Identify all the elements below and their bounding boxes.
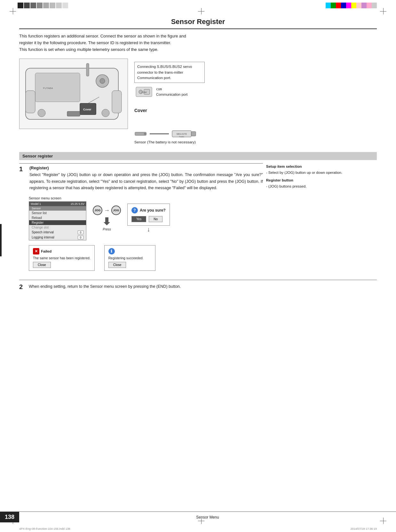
success-close-button[interactable]: Close — [108, 262, 126, 268]
svg-text:COM: COM — [141, 91, 147, 93]
menu-screen-header: Model 1 15:25 5.5V — [29, 202, 86, 206]
svg-rect-3 — [112, 91, 122, 113]
svg-text:FUTABA: FUTABA — [43, 87, 53, 90]
intro-paragraph: This function registers an additional se… — [19, 33, 377, 53]
callout-text: Connecting S.BUS/S.BUS2 servo connector … — [137, 65, 192, 80]
svg-point-6 — [100, 78, 105, 84]
svg-rect-1 — [35, 73, 80, 102]
yes-button[interactable]: Yes — [131, 216, 146, 222]
step1: 1 (Register) Select "Register" by (JOG) … — [19, 163, 377, 274]
sensor-diagram-area: SBS-01TE Futaba Sensor (The battery is n… — [134, 127, 377, 144]
svg-text:Futaba: Futaba — [179, 136, 184, 138]
success-text: Registering succeeded. — [108, 256, 151, 260]
registration-mark-tr — [380, 8, 386, 14]
no-button[interactable]: No — [149, 216, 162, 222]
note-setup-title: Setup item selection — [266, 164, 377, 169]
menu-diagram: Sensor menu screen Model 1 15:25 5.5V Se… — [29, 196, 263, 240]
result-row: ✕ Failed The same sensor has been regist… — [29, 245, 263, 271]
menu-logging-val: 0 — [78, 236, 83, 239]
comm-port-label: Communication port — [156, 93, 187, 96]
menu-speech-val: 0 — [78, 230, 83, 234]
footer: 138 Sensor Menu — [0, 512, 396, 522]
intro-line1: This function registers an additional se… — [19, 34, 186, 38]
svg-rect-19 — [144, 133, 147, 135]
intro-line3: This function is set when using multiple… — [19, 47, 158, 52]
svg-marker-25 — [104, 217, 110, 225]
note-setup: Setup item selection - Select by (JOG) b… — [266, 164, 377, 176]
section-header: Sensor register — [19, 152, 377, 160]
step1-main: 1 (Register) Select "Register" by (JOG) … — [19, 163, 263, 274]
confirm-dialog: ? Are you sure? Yes No — [127, 204, 170, 226]
menu-item-5: Logging interval 0 — [29, 235, 86, 240]
error-icon: ✕ — [33, 248, 39, 254]
menu-item-1: Reload — [29, 215, 86, 220]
dialog-question-row: ? Are you sure? — [131, 207, 166, 214]
page-title: Sensor Register — [19, 18, 377, 29]
down-arrow: ↓ — [147, 226, 150, 233]
note-register-text: - (JOG) buttons pressed. — [266, 184, 377, 189]
registration-mark-tc — [198, 8, 204, 14]
svg-rect-10 — [67, 111, 80, 116]
failed-dialog: ✕ Failed The same sensor has been regist… — [29, 245, 95, 271]
note-register-title: Register button — [266, 178, 377, 183]
step2-number: 2 — [19, 283, 26, 291]
menu-item-3: Change slot — [29, 225, 86, 230]
figure-area: Cover FUTABA Connecting S.BUS/S.BUS2 ser… — [19, 59, 377, 144]
svg-point-12 — [38, 109, 45, 117]
menu-screen: Model 1 15:25 5.5V Sensor Sensor list Re… — [29, 201, 86, 240]
step1-notes: Setup item selection - Select by (JOG) b… — [266, 163, 377, 274]
menu-header-left: Model 1 — [31, 202, 41, 206]
svg-point-13 — [102, 109, 109, 117]
arrow-right-1: → — [104, 207, 110, 214]
failed-close-button[interactable]: Close — [33, 262, 51, 268]
cover-label: Cover — [134, 108, 377, 113]
sensor-diagram: SBS-01TE Futaba — [134, 129, 377, 139]
color-calibration-bar — [326, 3, 377, 8]
question-icon: ? — [131, 207, 138, 214]
dialog-buttons: Yes No — [131, 216, 166, 222]
info-icon: ℹ — [108, 248, 115, 254]
jog-icon-1: JOG — [93, 206, 102, 215]
note-setup-text: - Select by (JOG) button up or down oper… — [266, 170, 377, 175]
gray-pattern-bars — [18, 3, 68, 8]
menu-item-0: Sensor list — [29, 211, 86, 215]
sensor-label: Sensor (The battery is not necessary) — [134, 140, 377, 144]
step1-title: (Register) — [29, 165, 263, 170]
press-label: Press — [103, 228, 111, 231]
menu-sensor-sub: Sensor — [29, 206, 86, 211]
jog-sequence: JOG → JOG Press — [93, 206, 121, 231]
function-tab: Function — [0, 224, 2, 256]
step2-text: When ending setting, return to the Senso… — [29, 283, 181, 291]
step1-number: 1 — [19, 165, 26, 173]
failed-title-row: ✕ Failed — [33, 248, 91, 254]
menu-item-4: Speech interval 0 — [29, 230, 86, 235]
menu-speech-label: Speech interval — [32, 230, 54, 234]
confirm-question-text: Are you sure? — [140, 208, 166, 213]
screen-label: Sensor menu screen — [29, 196, 86, 200]
device-illustration: Cover FUTABA — [19, 59, 128, 129]
failed-label: Failed — [41, 249, 51, 253]
footer-text: Sensor Menu — [19, 515, 396, 520]
menu-logging-label: Logging interval — [32, 236, 54, 239]
svg-rect-24 — [191, 132, 196, 136]
step1-text: Select "Register" by (JOG) button up or … — [29, 172, 263, 191]
menu-header-right: 15:25 5.5V — [70, 202, 84, 206]
svg-text:Cover: Cover — [83, 108, 91, 111]
date-info: 2014/07/18 17:36:19 — [350, 527, 377, 530]
registration-mark-tl — [10, 8, 16, 14]
failed-text: The same sensor has been registered. — [33, 256, 91, 260]
callout-box: Connecting S.BUS/S.BUS2 servo connector … — [134, 62, 205, 83]
step2: 2 When ending setting, return to the Sen… — [19, 280, 377, 291]
jog-icon-2: JOG — [111, 206, 121, 215]
svg-text:SBS-01TE: SBS-01TE — [176, 133, 187, 135]
note-register: Register button - (JOG) buttons pressed. — [266, 178, 377, 189]
figure-right: Connecting S.BUS/S.BUS2 servo connector … — [134, 59, 377, 144]
svg-rect-20 — [150, 133, 169, 134]
success-dialog: ℹ Registering succeeded. Close — [104, 245, 155, 271]
menu-item-2: Register — [29, 220, 86, 225]
step1-content: (Register) Select "Register" by (JOG) bu… — [29, 165, 263, 191]
com-text: com — [156, 87, 187, 91]
intro-line2: register it by the following procedure. … — [19, 40, 171, 45]
success-title-row: ℹ — [108, 248, 151, 254]
file-info: 4PX-Eng-08-Function-104-156.indd 138 — [19, 527, 70, 530]
